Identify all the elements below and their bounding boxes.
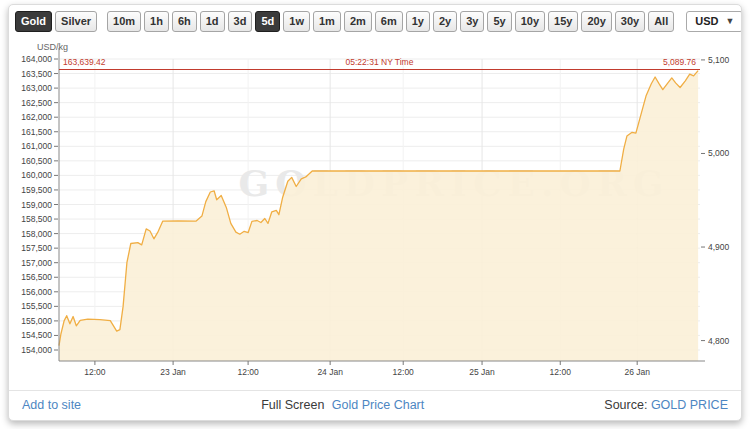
svg-text:23 Jan: 23 Jan [160,367,186,377]
svg-text:12:00: 12:00 [393,367,415,377]
svg-text:160,000: 160,000 [21,170,52,180]
svg-text:159,000: 159,000 [21,200,52,210]
footer-bar: Add to site Full Screen Gold Price Chart… [9,390,741,419]
svg-text:5,100: 5,100 [708,55,730,65]
full-screen-label: Full Screen [261,398,324,412]
range-button-group: 10m1h6h1d3d5d1w1m2m6m1y2y3y5y10y15y20y30… [107,11,677,32]
svg-text:155,000: 155,000 [21,316,52,326]
range-button-2y[interactable]: 2y [433,11,457,32]
gold-price-chart-widget: GoldSilver 10m1h6h1d3d5d1w1m2m6m1y2y3y5y… [8,4,742,421]
range-button-3d[interactable]: 3d [228,11,253,32]
svg-text:5,000: 5,000 [708,148,730,158]
svg-text:4,900: 4,900 [708,242,730,252]
range-button-1m[interactable]: 1m [313,11,341,32]
range-button-30y[interactable]: 30y [615,11,645,32]
metal-toggle-group: GoldSilver [15,11,100,32]
svg-text:25 Jan: 25 Jan [469,367,495,377]
svg-text:161,000: 161,000 [21,141,52,151]
svg-text:157,000: 157,000 [21,258,52,268]
svg-text:162,500: 162,500 [21,98,52,108]
range-button-1y[interactable]: 1y [406,11,430,32]
range-button-3y[interactable]: 3y [460,11,484,32]
currency-value: USD [695,15,718,28]
range-button-2m[interactable]: 2m [344,11,372,32]
svg-text:12:00: 12:00 [237,367,259,377]
svg-text:157,500: 157,500 [21,243,52,253]
range-button-6h[interactable]: 6h [172,11,197,32]
range-button-6m[interactable]: 6m [375,11,403,32]
range-button-1d[interactable]: 1d [200,11,225,32]
range-button-1h[interactable]: 1h [144,11,169,32]
svg-text:26 Jan: 26 Jan [624,367,650,377]
range-button-5d[interactable]: 5d [255,11,280,32]
svg-text:163,500: 163,500 [21,69,52,79]
svg-text:160,500: 160,500 [21,156,52,166]
svg-text:4,800: 4,800 [708,336,730,346]
range-button-20y[interactable]: 20y [581,11,611,32]
svg-text:24 Jan: 24 Jan [317,367,343,377]
currency-select[interactable]: USD ▼ [686,11,742,32]
svg-text:162,000: 162,000 [21,112,52,122]
svg-text:161,500: 161,500 [21,127,52,137]
svg-text:156,500: 156,500 [21,272,52,282]
svg-text:158,000: 158,000 [21,229,52,239]
gold-price-chart-link[interactable]: Gold Price Chart [332,398,424,412]
add-to-site-link[interactable]: Add to site [22,398,81,412]
svg-text:156,000: 156,000 [21,287,52,297]
source-link[interactable]: GOLD PRICE [651,398,728,412]
svg-text:12:00: 12:00 [550,367,572,377]
current-price-oz-label: 5,089.76 [663,57,696,67]
footer-center: Full Screen Gold Price Chart [261,398,424,412]
chevron-down-icon: ▼ [725,15,734,28]
price-area [59,71,698,361]
price-chart: GOLDPRICE.ORG154,000154,500155,000155,50… [9,38,741,390]
metal-button-silver[interactable]: Silver [55,11,97,32]
range-button-5y[interactable]: 5y [487,11,511,32]
footer-source: Source: GOLD PRICE [604,398,728,412]
ny-time-label: 05:22:31 NY Time [346,57,414,67]
range-button-all[interactable]: All [648,11,674,32]
range-button-15y[interactable]: 15y [548,11,578,32]
range-button-10y[interactable]: 10y [515,11,545,32]
svg-text:163,000: 163,000 [21,83,52,93]
svg-text:158,500: 158,500 [21,214,52,224]
svg-text:155,500: 155,500 [21,301,52,311]
svg-text:12:00: 12:00 [84,367,106,377]
svg-text:159,500: 159,500 [21,185,52,195]
unit-label: USD/kg [37,42,68,52]
toolbar: GoldSilver 10m1h6h1d3d5d1w1m2m6m1y2y3y5y… [9,5,741,38]
metal-button-gold[interactable]: Gold [15,11,52,32]
svg-text:164,000: 164,000 [21,54,52,64]
range-button-10m[interactable]: 10m [107,11,141,32]
current-price-kg-label: 163,639.42 [63,57,106,67]
range-button-1w[interactable]: 1w [283,11,310,32]
source-label: Source: [604,398,647,412]
svg-text:154,500: 154,500 [21,330,52,340]
svg-text:154,000: 154,000 [21,345,52,355]
